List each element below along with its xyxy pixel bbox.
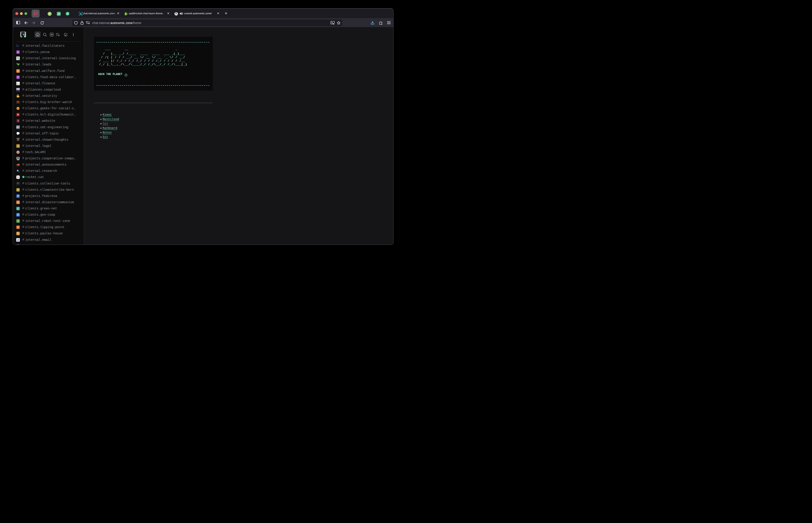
svg-text:S: S [80,12,82,15]
